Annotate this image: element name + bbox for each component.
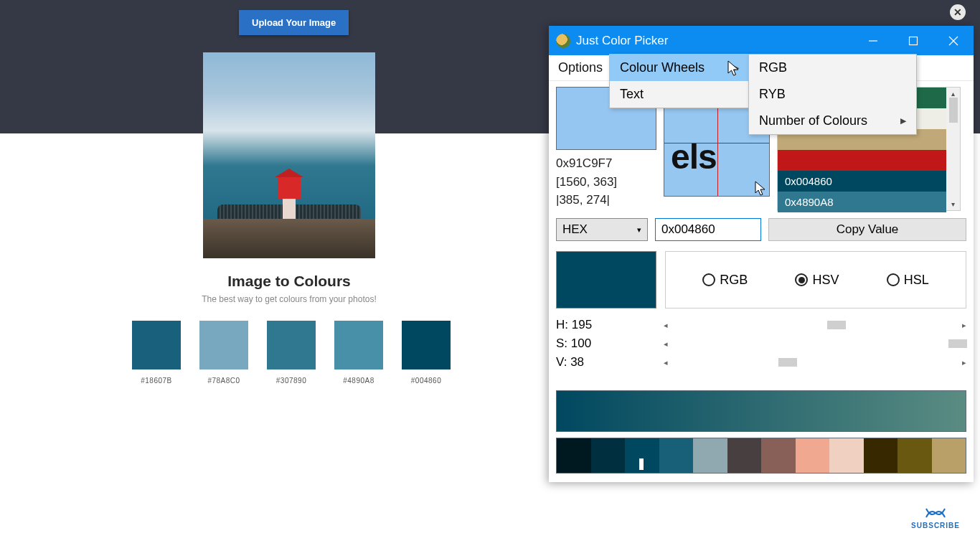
swatch-4[interactable] (402, 321, 451, 369)
palette-cell[interactable] (693, 438, 727, 473)
dropdown-item-ryb[interactable]: RYB (749, 81, 916, 108)
slider-left-icon[interactable]: ◂ (664, 358, 668, 367)
swatch-label: #307890 (267, 377, 316, 385)
hex-input[interactable] (655, 218, 761, 241)
hsv-slider-0[interactable]: ◂ ▸ (664, 321, 966, 330)
subscribe-badge[interactable]: SUBSCRIBE (911, 506, 960, 529)
palette-cell[interactable] (932, 438, 966, 473)
swatch-label: #4890A8 (334, 377, 383, 385)
history-item[interactable]: 0x4890A8 (778, 192, 946, 212)
history-item[interactable]: 0x004860 (778, 171, 946, 192)
slider-left-icon[interactable]: ◂ (664, 339, 668, 349)
preview-hex: 0x91C9F7 (556, 154, 656, 173)
palette-cell[interactable] (829, 438, 864, 473)
swatch-0[interactable] (132, 321, 181, 369)
hsv-slider-2[interactable]: ◂ ▸ (664, 358, 966, 367)
palette-cell[interactable] (557, 438, 591, 473)
page-subtitle: The best way to get colours from your ph… (172, 294, 406, 304)
preview-info: 0x91C9F7 [1560, 363] |385, 274| (556, 154, 656, 209)
chevron-right-icon: ▶ (900, 116, 906, 126)
colour-wheels-submenu: RGBRYBNumber of Colours▶ (748, 54, 917, 135)
palette-marker (639, 458, 644, 470)
format-select[interactable]: HEX ▾ (556, 218, 648, 241)
history-item[interactable] (778, 150, 946, 171)
history-scrollbar[interactable]: ▴ ▾ (946, 88, 960, 210)
jcp-title: Just Color Picker (576, 34, 668, 48)
swatch-label: #004860 (402, 377, 451, 385)
preview-coords2: |385, 274| (556, 191, 656, 209)
palette-bar[interactable] (556, 438, 966, 474)
palette-cell[interactable] (727, 438, 762, 473)
radio-rgb[interactable]: RGB (702, 273, 748, 288)
palette-cell[interactable] (897, 438, 932, 473)
hsv-label: S: 100 (556, 336, 595, 351)
swatch-2[interactable] (267, 321, 316, 369)
gradient-bar[interactable] (556, 390, 966, 432)
scroll-thumb[interactable] (949, 98, 958, 123)
chevron-down-icon: ▾ (637, 225, 641, 235)
palette-cell[interactable] (761, 438, 796, 473)
palette-cell[interactable] (796, 438, 830, 473)
copy-value-button[interactable]: Copy Value (768, 218, 966, 241)
scroll-down-icon[interactable]: ▾ (951, 200, 955, 208)
svg-rect-1 (910, 37, 918, 44)
cursor-icon (755, 181, 766, 197)
maximize-button[interactable] (893, 26, 933, 55)
slider-right-icon[interactable]: ▸ (962, 358, 966, 367)
menu-options[interactable]: Options (549, 55, 612, 80)
dropdown-item-text[interactable]: Text (610, 81, 749, 108)
close-button[interactable] (933, 26, 974, 55)
palette-cell[interactable] (864, 438, 898, 473)
page-title: Image to Colours (203, 273, 375, 290)
preview-coords1: [1560, 363] (556, 173, 656, 192)
slider-right-icon[interactable]: ▸ (962, 321, 966, 330)
palette-swatches: #18607B#78A8C0#307890#4890A8#004860 (132, 321, 451, 385)
format-value: HEX (562, 222, 588, 237)
swatch-3[interactable] (334, 321, 383, 369)
selected-color-swatch (556, 251, 656, 309)
scroll-up-icon[interactable]: ▴ (951, 90, 955, 98)
swatch-label: #18607B (132, 377, 181, 385)
palette-cell[interactable] (591, 438, 626, 473)
palette-cell[interactable] (659, 438, 694, 473)
radio-hsv[interactable]: HSV (795, 273, 839, 288)
dropdown-item-rgb[interactable]: RGB (749, 55, 916, 81)
swatch-1[interactable] (199, 321, 248, 369)
color-mode-radios: RGB HSV HSL (665, 251, 966, 309)
hsv-label: H: 195 (556, 318, 595, 332)
swatch-label: #78A8C0 (199, 377, 248, 385)
jcp-titlebar[interactable]: Just Color Picker (549, 26, 974, 55)
jcp-logo-icon (556, 34, 570, 48)
radio-hsl[interactable]: HSL (887, 273, 929, 288)
uploaded-photo (203, 52, 375, 258)
hsv-slider-1[interactable]: ◂ ▸ (664, 339, 966, 349)
minimize-button[interactable] (853, 26, 893, 55)
dropdown-item-number-of-colours[interactable]: Number of Colours▶ (749, 108, 916, 134)
upload-image-button[interactable]: Upload Your Image (239, 10, 349, 35)
slider-left-icon[interactable]: ◂ (664, 321, 668, 330)
hsv-label: V: 38 (556, 355, 595, 369)
subscribe-label: SUBSCRIBE (911, 522, 960, 529)
mouse-cursor-icon (727, 60, 740, 80)
close-icon[interactable]: ✕ (950, 4, 966, 20)
subscribe-icon (923, 506, 948, 520)
